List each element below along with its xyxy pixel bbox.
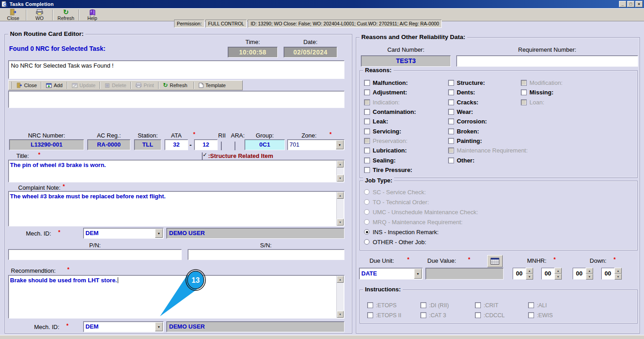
job-type-radio-sc-service-check — [364, 189, 369, 195]
spin-down-button[interactable]: ▼ — [614, 274, 622, 280]
instruction-checkbox-etops[interactable] — [367, 302, 373, 308]
main-toolbar: Close WO ↻ Refresh Help Permission: FULL… — [0, 8, 644, 21]
mech-id2-dropdown-button[interactable]: ▼ — [155, 322, 163, 331]
complaint-note-label: Complaint Note: — [18, 184, 60, 191]
help-button[interactable]: Help — [81, 9, 104, 21]
chevron-down-icon: ▼ — [157, 325, 160, 329]
reason-checkbox-missing[interactable] — [521, 89, 527, 95]
calendar-button[interactable] — [487, 255, 503, 267]
scroll-up-icon[interactable]: ▲ — [337, 192, 344, 199]
mnhr-spinner-1-value[interactable]: 00 — [513, 268, 526, 280]
nrc-refresh-button[interactable]: ↻ Refresh — [160, 81, 191, 90]
window-titlebar: Tasks Completion _ □ × — [0, 0, 644, 8]
instruction-checkbox-ewis[interactable] — [528, 312, 534, 318]
instruction-checkbox-cat-3[interactable] — [420, 312, 426, 318]
reason-checkbox-dents[interactable] — [448, 89, 454, 95]
reason-checkbox-corrosion[interactable] — [448, 118, 454, 124]
context-info: ID: 13290; WO Close: False; WO: 202404-L… — [248, 20, 442, 28]
reason-checkbox-lubrication[interactable] — [364, 147, 370, 153]
reason-checkbox-adjustment[interactable] — [364, 89, 370, 95]
reason-checkbox-other[interactable] — [448, 157, 454, 163]
reason-checkbox-servicing[interactable] — [364, 128, 370, 134]
scroll-down-icon[interactable]: ▼ — [337, 175, 344, 182]
scroll-down-icon[interactable]: ▼ — [337, 311, 344, 318]
reason-checkbox-broken[interactable] — [448, 128, 454, 134]
spin-up-button[interactable]: ▲ — [554, 268, 562, 274]
instruction-checkbox-etops-ii[interactable] — [367, 312, 373, 318]
instruction-checkbox-ali[interactable] — [528, 302, 534, 308]
close-window-button[interactable]: × — [635, 1, 643, 7]
job-type-label-sc-service-check: SC - Service Check: — [373, 189, 426, 196]
spin-up-button[interactable]: ▲ — [586, 268, 593, 274]
scroll-up-icon[interactable]: ▲ — [337, 276, 344, 283]
recommendation-scrollbar[interactable]: ▲ ▼ — [336, 276, 344, 318]
ara-checkbox[interactable] — [235, 142, 235, 150]
mnhr-spinner-2-value[interactable]: 00 — [541, 268, 554, 280]
mech-id-dropdown-button[interactable]: ▼ — [155, 229, 163, 238]
requirement-number-input[interactable] — [456, 55, 638, 67]
zone-dropdown-button[interactable]: ▼ — [336, 140, 344, 149]
reason-checkbox-wear[interactable] — [448, 109, 454, 115]
rii-checkbox[interactable] — [221, 142, 222, 150]
reason-checkbox-leak[interactable] — [364, 118, 370, 124]
down-spinner-1-value[interactable]: 00 — [573, 268, 586, 280]
reason-checkbox-tire-pressure[interactable] — [364, 167, 370, 173]
reason-row-contamination: Contamination: — [364, 107, 447, 117]
nrc-add-button[interactable]: Add — [42, 81, 66, 90]
nrc-template-button[interactable]: Template — [195, 81, 230, 90]
ac-reg-value: RA-0000 — [87, 139, 130, 150]
instruction-checkbox-crit[interactable] — [475, 302, 481, 308]
complaint-required-marker: * — [63, 183, 65, 190]
reason-row-adjustment: Adjustment: — [364, 88, 447, 97]
nrc-detail-list[interactable] — [8, 91, 344, 108]
reason-checkbox-cracks[interactable] — [448, 99, 454, 105]
spin-up-button[interactable]: ▲ — [614, 268, 622, 274]
ata-major-input[interactable]: 32 — [165, 139, 188, 150]
title-scrollbar[interactable]: ▲ ▼ — [336, 161, 344, 182]
job-type-radio-to-technical-order — [364, 199, 369, 205]
scroll-down-icon[interactable]: ▼ — [337, 219, 344, 226]
restore-button[interactable]: □ — [627, 1, 634, 7]
reason-checkbox-malfunction[interactable] — [364, 80, 370, 86]
due-unit-combobox[interactable]: DATE ▼ — [359, 268, 423, 280]
job-type-radio-other-other-job[interactable] — [364, 239, 369, 245]
recommendation-textarea[interactable]: Brake should be used from LHT store. ▲ ▼ — [8, 275, 344, 319]
wo-button[interactable]: WO — [28, 9, 51, 21]
due-unit-dropdown-button[interactable]: ▼ — [414, 269, 422, 279]
pn-input[interactable] — [8, 249, 182, 260]
reason-checkbox-painting[interactable] — [448, 138, 454, 144]
title-textarea[interactable]: The pin of wheel #3 brake is worn. ▲ ▼ — [8, 160, 344, 182]
complaint-scrollbar[interactable]: ▲ ▼ — [336, 192, 344, 226]
scroll-up-icon[interactable]: ▲ — [337, 161, 344, 167]
minimize-button[interactable]: _ — [619, 1, 626, 7]
mech-id-combobox[interactable]: DEM ▼ — [83, 228, 164, 239]
zone-combobox[interactable]: 701 ▼ — [287, 139, 344, 150]
recommendation-required-marker: * — [67, 266, 70, 273]
job-type-radio-ins-inspection-remark[interactable] — [364, 229, 369, 235]
instruction-checkbox-cdccl[interactable] — [475, 312, 481, 318]
instruction-label-etops: :ETOPS — [376, 302, 397, 309]
refresh-button[interactable]: ↻ Refresh — [55, 9, 77, 21]
spin-down-button[interactable]: ▼ — [554, 274, 562, 280]
refresh-icon: ↻ — [163, 83, 168, 88]
sn-input[interactable] — [188, 249, 344, 260]
reason-checkbox-contamination[interactable] — [364, 109, 370, 115]
reason-checkbox-maintenance-requirement — [448, 147, 454, 153]
spin-down-button[interactable]: ▼ — [586, 274, 593, 280]
complaint-textarea[interactable]: The wheel #3 brake must be replaced befo… — [8, 191, 344, 226]
job-type-radio-mrq-maintenance-requirement — [364, 219, 369, 225]
instruction-row-di-rii: :DI (RII) — [420, 300, 475, 310]
spin-down-button[interactable]: ▼ — [526, 274, 533, 280]
nrc-result-list[interactable]: No NRC for Selected Task was Found ! — [8, 60, 344, 79]
ata-minor-input[interactable]: 12 — [194, 139, 218, 150]
instruction-checkbox-di-rii[interactable] — [420, 302, 426, 308]
mech-id2-combobox[interactable]: DEM ▼ — [83, 321, 164, 332]
nrc-close-button[interactable]: Close — [13, 81, 40, 90]
spin-up-button[interactable]: ▲ — [526, 268, 533, 274]
down-spinner-2-value[interactable]: 00 — [601, 268, 614, 280]
close-button[interactable]: Close — [2, 9, 25, 21]
reason-checkbox-sealing[interactable] — [364, 157, 370, 163]
mnhr-label: MNHR: — [524, 257, 550, 264]
reason-checkbox-structure[interactable] — [448, 80, 454, 86]
reasons-column-3: Modification:Missing:Loan: — [521, 78, 634, 107]
